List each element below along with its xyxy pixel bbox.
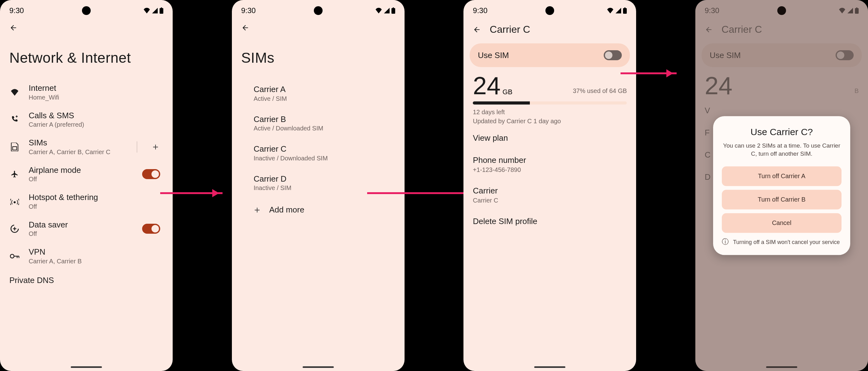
- airplane-toggle[interactable]: [142, 169, 160, 179]
- wifi-icon: [839, 8, 845, 13]
- hotspot-icon: [9, 198, 20, 206]
- back-button[interactable]: [241, 24, 249, 32]
- screen-sims: 9:30 SIMs Carrier AActive / SIM Carrier …: [232, 0, 405, 371]
- back-button[interactable]: [9, 24, 18, 32]
- sim-carrier-a[interactable]: Carrier AActive / SIM: [232, 79, 405, 109]
- view-plan-button[interactable]: View plan: [463, 127, 636, 149]
- back-button[interactable]: [473, 26, 481, 34]
- sim-name: Carrier B: [254, 114, 392, 124]
- back-button: [705, 26, 713, 34]
- row-sub: Off: [29, 230, 133, 238]
- use-sim-label: Use SIM: [478, 51, 509, 60]
- svg-rect-0: [160, 8, 163, 14]
- row-sub: Carrier A, Carrier B: [29, 257, 160, 265]
- sim-status: Active / Downloaded SIM: [254, 124, 392, 133]
- screen-network-internet: 9:30 Network & Internet InternetHome_Wif…: [0, 0, 173, 371]
- datasaver-icon: [9, 224, 20, 233]
- add-more-label: Add more: [269, 205, 392, 215]
- row-hotspot[interactable]: Hotspot & tetheringOff: [0, 188, 173, 215]
- signal-icon: [616, 8, 621, 13]
- row-title: VPN: [29, 247, 160, 257]
- usage-percent: 37% used of 64 GB: [573, 87, 627, 98]
- carrier-row[interactable]: CarrierCarrier C: [463, 180, 636, 210]
- divider: [137, 141, 137, 152]
- use-sim-row: Use SIM: [702, 44, 862, 67]
- row-sub: Carrier A, Carrier B, Carrier C: [29, 148, 128, 156]
- usage-updated: Updated by Carrier C 1 day ago: [473, 117, 627, 126]
- sim-carrier-c[interactable]: Carrier CInactive / Downloaded SIM: [232, 138, 405, 168]
- battery-icon: [160, 7, 163, 14]
- sim-name: Carrier A: [254, 84, 392, 94]
- use-carrier-dialog: Use Carrier C? You can use 2 SIMs at a t…: [713, 116, 850, 255]
- row-vpn[interactable]: VPNCarrier A, Carrier B: [0, 242, 173, 270]
- sim-carrier-b[interactable]: Carrier BActive / Downloaded SIM: [232, 109, 405, 139]
- svg-rect-2: [13, 147, 17, 150]
- row-private-dns[interactable]: Private DNS: [0, 270, 173, 285]
- svg-point-3: [14, 201, 16, 203]
- data-usage: 24B: [695, 70, 868, 99]
- turn-off-carrier-a-button[interactable]: Turn off Carrier A: [722, 166, 841, 186]
- row-title: Internet: [29, 83, 160, 93]
- row-title: Calls & SMS: [29, 111, 160, 121]
- nav-bar[interactable]: [71, 366, 102, 368]
- wifi-icon: [607, 8, 614, 13]
- page-title: Network & Internet: [0, 34, 173, 79]
- usage-days: 12 days left: [473, 108, 627, 117]
- wifi-icon: [143, 8, 150, 13]
- usage-bar-fill: [473, 102, 530, 105]
- row-sims[interactable]: SIMsCarrier A, Carrier B, Carrier C ＋: [0, 133, 173, 161]
- camera-cutout: [82, 6, 91, 15]
- arrow-left-icon: [473, 26, 481, 34]
- use-sim-row[interactable]: Use SIM: [470, 44, 630, 67]
- sim-name: Carrier C: [254, 144, 392, 154]
- add-sim-button[interactable]: ＋: [151, 140, 160, 153]
- wifi-icon: [9, 89, 20, 96]
- airplane-icon: [9, 170, 20, 178]
- dialog-message: You can use 2 SIMs at a time. To use Car…: [722, 142, 841, 158]
- sim-status: Inactive / SIM: [254, 184, 392, 192]
- status-icons: [143, 7, 163, 14]
- label: Carrier: [473, 186, 627, 196]
- screen-dialog: 9:30 Carrier C Use SIM 24B V F C D Use C…: [695, 0, 868, 371]
- phone-number-row[interactable]: Phone number+1-123-456-7890: [463, 149, 636, 180]
- datasaver-toggle[interactable]: [142, 224, 160, 234]
- row-datasaver[interactable]: Data saverOff: [0, 215, 173, 243]
- svg-rect-6: [392, 8, 395, 14]
- turn-off-carrier-b-button[interactable]: Turn off Carrier B: [722, 190, 841, 209]
- status-time: 9:30: [473, 6, 488, 15]
- add-more-button[interactable]: ＋ Add more: [232, 198, 405, 222]
- usage-unit: GB: [500, 88, 513, 99]
- dialog-title: Use Carrier C?: [722, 127, 841, 137]
- label: Phone number: [473, 155, 627, 165]
- nav-bar[interactable]: [766, 366, 797, 368]
- svg-rect-1: [161, 7, 162, 8]
- arrow-left-icon: [9, 24, 18, 32]
- use-sim-toggle: [836, 50, 854, 60]
- signal-icon: [152, 8, 158, 13]
- status-time: 9:30: [705, 6, 719, 15]
- status-icons: [607, 7, 627, 14]
- row-title: Data saver: [29, 220, 133, 230]
- sim-status: Active / SIM: [254, 94, 392, 103]
- camera-cutout: [314, 6, 322, 15]
- nav-bar[interactable]: [303, 366, 334, 368]
- use-sim-toggle[interactable]: [604, 50, 622, 60]
- cancel-button[interactable]: Cancel: [722, 213, 841, 233]
- row-calls-sms[interactable]: Calls & SMSCarrier A (preferred): [0, 106, 173, 134]
- status-icons: [375, 7, 395, 14]
- row-airplane[interactable]: Airplane modeOff: [0, 161, 173, 188]
- signal-icon: [847, 8, 853, 13]
- row-internet[interactable]: InternetHome_Wifi: [0, 79, 173, 106]
- nav-bar[interactable]: [534, 366, 565, 368]
- row-sub: Carrier A (preferred): [29, 120, 160, 129]
- row-title: SIMs: [29, 138, 128, 148]
- arrow-left-icon: [241, 24, 249, 32]
- dialog-info: ⓘ Turning off a SIM won't cancel your se…: [722, 238, 841, 246]
- svg-rect-10: [855, 8, 859, 14]
- svg-rect-9: [624, 7, 625, 8]
- delete-sim-button[interactable]: Delete SIM profile: [463, 210, 636, 232]
- row-sub: Off: [29, 202, 160, 211]
- camera-cutout: [546, 6, 554, 15]
- arrow-left-icon: [705, 26, 713, 34]
- signal-icon: [384, 8, 390, 13]
